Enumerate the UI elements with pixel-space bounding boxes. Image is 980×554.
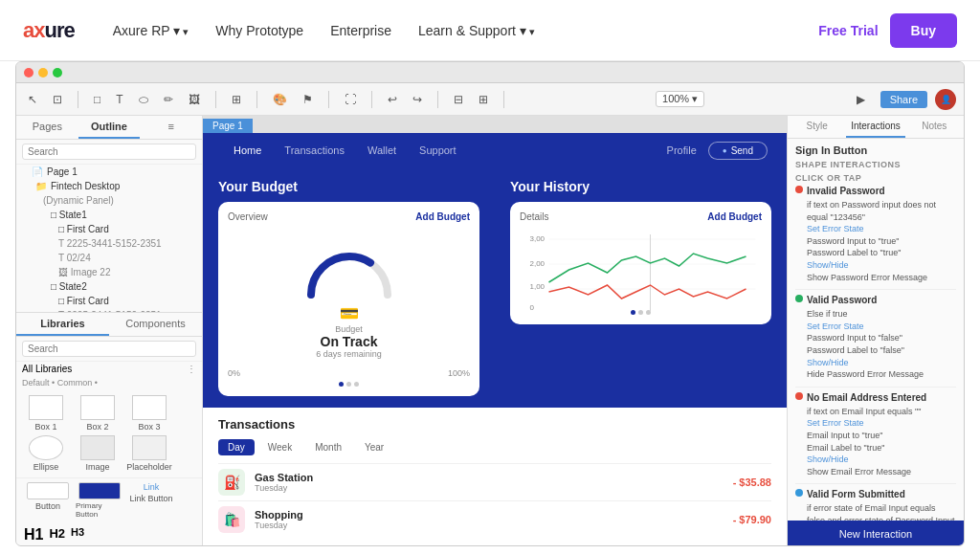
filter-icon[interactable]: ≡ xyxy=(140,116,202,139)
text-icon[interactable]: T xyxy=(112,91,126,108)
panel-tabs: Pages Outline ≡ xyxy=(16,116,202,140)
nav-wallet[interactable]: Wallet xyxy=(356,141,408,160)
h2-shape[interactable]: H2 xyxy=(49,526,65,543)
comp-button[interactable]: Button xyxy=(24,482,72,519)
add-budget-button-2[interactable]: Add Budget xyxy=(707,211,762,222)
click-or-tap-label: CLICK OR TAP xyxy=(795,173,956,183)
interaction-invalid-password: Invalid Password if text on Password inp… xyxy=(795,185,956,283)
tree-dynamic-panel[interactable]: (Dynamic Panel) xyxy=(16,193,202,208)
comp-primary-button[interactable]: Primary Button xyxy=(76,482,123,519)
nav-home[interactable]: Home xyxy=(222,141,273,160)
comp-placeholder[interactable]: Placeholder xyxy=(125,435,173,472)
tree-first-card-2[interactable]: □ First Card xyxy=(16,294,202,308)
image-icon[interactable]: 🖼 xyxy=(185,91,204,108)
page-tab[interactable]: Page 1 xyxy=(203,119,253,133)
outline-tab[interactable]: Outline xyxy=(78,116,141,139)
nav-axure-rp[interactable]: Axure RP ▾ xyxy=(113,23,189,38)
panel-search xyxy=(16,140,202,165)
logo-text: ax xyxy=(23,18,44,42)
nav-why-prototype[interactable]: Why Prototype xyxy=(215,23,303,38)
tree-state2[interactable]: □ State2 xyxy=(16,279,202,294)
play-icon[interactable]: ▶ xyxy=(853,91,869,108)
maximize-dot[interactable] xyxy=(53,68,62,78)
paint-icon[interactable]: 🎨 xyxy=(269,91,291,108)
zoom-fit-icon[interactable]: ⛶ xyxy=(341,91,360,108)
send-button[interactable]: Send xyxy=(708,142,768,160)
budget-label: Budget xyxy=(335,324,363,334)
budget-card-header: Overview Add Budget xyxy=(228,211,470,222)
tab-week[interactable]: Week xyxy=(258,439,301,455)
nav-profile[interactable]: Profile xyxy=(656,141,708,160)
tree-date-1[interactable]: T 02/24 xyxy=(16,251,202,265)
close-dot[interactable] xyxy=(24,68,33,78)
zoom-control[interactable]: 100% ▾ xyxy=(656,91,704,107)
tab-month[interactable]: Month xyxy=(305,439,351,455)
tree-fintech[interactable]: 📁 Fintech Desktop xyxy=(16,179,202,193)
rp-interactions-tab[interactable]: Interactions xyxy=(846,116,904,138)
tab-year[interactable]: Year xyxy=(355,439,393,455)
h1-shape[interactable]: H1 xyxy=(24,526,43,543)
align-icon[interactable]: ⊟ xyxy=(450,91,467,108)
rectangle-icon[interactable]: □ xyxy=(90,91,104,108)
flag-icon[interactable]: ⚑ xyxy=(299,91,317,108)
trans-name-gas: Gas Station xyxy=(255,472,724,483)
toolbar-sep-6 xyxy=(437,91,438,108)
comp-image[interactable]: Image xyxy=(74,435,122,472)
tool2-icon[interactable]: ⊡ xyxy=(49,91,66,108)
lib-sub-label: Default • Common • xyxy=(16,376,202,389)
minimize-dot[interactable] xyxy=(38,68,48,78)
divider-1 xyxy=(795,289,956,290)
lib-options-icon[interactable]: ⋮ xyxy=(187,364,196,374)
distribute-icon[interactable]: ⊞ xyxy=(475,91,492,108)
tree-state1[interactable]: □ State1 xyxy=(16,208,202,222)
shape-icon[interactable]: ⬭ xyxy=(135,91,152,108)
user-avatar[interactable]: 👤 xyxy=(935,89,956,110)
nav-enterprise[interactable]: Enterprise xyxy=(330,23,391,38)
comp-box1[interactable]: Box 1 xyxy=(22,395,70,432)
comp-ellipse[interactable]: Ellipse xyxy=(22,435,70,472)
h3-shape[interactable]: H3 xyxy=(71,526,84,543)
lib-search-input[interactable] xyxy=(22,341,196,357)
dot-3[interactable] xyxy=(354,382,359,387)
components-tab[interactable]: Components xyxy=(109,313,202,336)
tree-image-1[interactable]: 🖼 Image 22 xyxy=(16,265,202,279)
rp-style-tab[interactable]: Style xyxy=(788,116,846,138)
tree-page1[interactable]: 📄 Page 1 xyxy=(16,165,202,179)
fit-icon[interactable]: ⊞ xyxy=(228,91,245,108)
pen-icon[interactable]: ✏ xyxy=(160,91,177,108)
rp-notes-tab[interactable]: Notes xyxy=(905,116,964,138)
nav-learn-support[interactable]: Learn & Support ▾ xyxy=(418,23,535,38)
share-button[interactable]: Share xyxy=(880,91,927,108)
transaction-item-2: 🛍️ Shopping Tuesday - $79.90 xyxy=(218,500,771,538)
interaction-valid-password: Valid Password Else if true Set Error St… xyxy=(795,294,956,381)
tab-day[interactable]: Day xyxy=(218,439,255,455)
pages-tab[interactable]: Pages xyxy=(16,116,78,139)
dot-1[interactable] xyxy=(339,382,344,387)
search-input[interactable] xyxy=(22,144,196,160)
int-body-invalid: if text on Password input does not equal… xyxy=(795,199,956,223)
new-interaction-button[interactable]: New Interaction xyxy=(788,521,964,546)
add-budget-button[interactable]: Add Budget xyxy=(415,211,470,222)
tree-card-number-1[interactable]: T 2225-3441-5152-2351 xyxy=(16,236,202,251)
buy-button[interactable]: Buy xyxy=(890,13,957,48)
transactions-title: Transactions xyxy=(218,417,771,432)
components-grid: Box 1 Box 2 Box 3 Ellipse xyxy=(16,389,202,477)
undo-icon[interactable]: ↩ xyxy=(384,91,401,108)
tree-first-card-1[interactable]: □ First Card xyxy=(16,222,202,236)
dot-2[interactable] xyxy=(346,382,351,387)
redo-icon[interactable]: ↪ xyxy=(409,91,426,108)
nav-support[interactable]: Support xyxy=(408,141,468,160)
int-dot-red-1 xyxy=(795,186,803,193)
interaction-no-email: No Email Address Entered if text on Emai… xyxy=(795,391,956,478)
trans-info-shopping: Shopping Tuesday xyxy=(255,509,724,530)
rp-element-section: Sign In Button SHAPE INTERACTIONS CLICK … xyxy=(788,139,964,546)
select-tool-icon[interactable]: ↖ xyxy=(24,91,41,108)
gauge-max: 100% xyxy=(448,368,470,378)
free-trial-button[interactable]: Free Trial xyxy=(818,23,878,38)
int-title-text-1: Invalid Password xyxy=(807,185,885,197)
comp-box3[interactable]: Box 3 xyxy=(125,395,173,432)
comp-link-button[interactable]: Link Link Button xyxy=(127,482,175,519)
libraries-tab[interactable]: Libraries xyxy=(16,313,109,336)
nav-transactions[interactable]: Transactions xyxy=(273,141,356,160)
comp-box2[interactable]: Box 2 xyxy=(74,395,122,432)
